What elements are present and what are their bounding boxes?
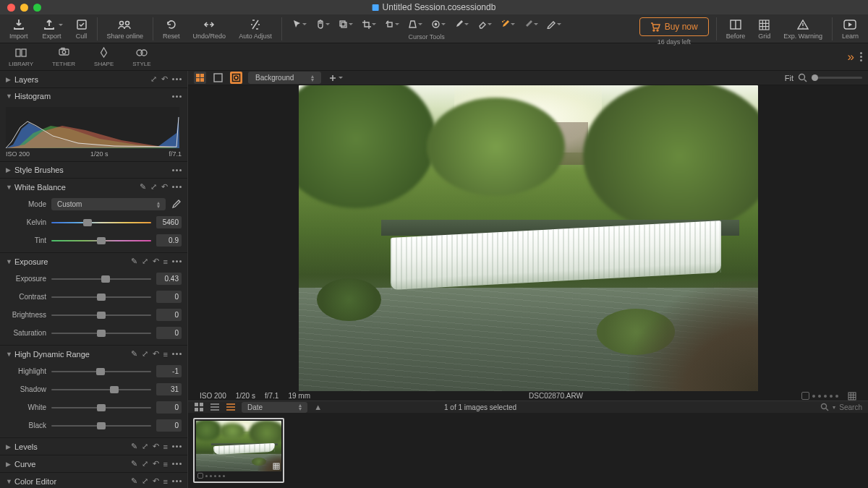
buy-now-button[interactable]: Buy now: [639, 17, 709, 36]
list-icon[interactable]: ≡: [163, 257, 168, 266]
wb-mode-select[interactable]: Custom▴▾: [51, 198, 166, 210]
local-adjust-icon[interactable]: ✎: [131, 459, 137, 468]
cursor-keystone-tool[interactable]: [405, 17, 425, 31]
image-rating[interactable]: [801, 392, 838, 400]
auto-adjust-button[interactable]: Auto Adjust: [237, 17, 274, 40]
panel-menu-icon[interactable]: [860, 52, 862, 61]
cursor-layer-tool[interactable]: [336, 17, 356, 31]
exp-warning-button[interactable]: Exp. Warning: [781, 17, 825, 40]
tab-library[interactable]: LIBRARY: [6, 46, 36, 69]
reset-icon[interactable]: ↶: [161, 182, 168, 192]
before-button[interactable]: Before: [724, 17, 748, 40]
sort-select[interactable]: Date▴▾: [242, 402, 307, 413]
panel-white-balance[interactable]: ▼ White Balance ✎ ⤢ ↶: [0, 179, 187, 195]
list-icon[interactable]: ≡: [163, 350, 168, 359]
reset-icon[interactable]: ↶: [153, 349, 159, 359]
wb-picker-icon[interactable]: [171, 199, 182, 210]
black-value[interactable]: 0: [156, 419, 182, 432]
cursor-annotate-tool[interactable]: [544, 17, 564, 31]
kelvin-slider[interactable]: [51, 218, 151, 227]
contrast-value[interactable]: 0: [156, 291, 182, 303]
zoom-fit[interactable]: Fit: [785, 74, 793, 82]
brightness-slider[interactable]: [51, 311, 151, 320]
window-zoom-icon[interactable]: [33, 4, 41, 12]
panel-layers[interactable]: ▶ Layers ⤢ ↶: [0, 71, 187, 87]
panel-hdr[interactable]: ▼ High Dynamic Range ✎ ⤢ ↶ ≡: [0, 346, 187, 362]
cursor-crop-tool[interactable]: [359, 17, 379, 31]
panel-style-brushes[interactable]: ▶ Style Brushes: [0, 162, 187, 178]
import-button[interactable]: Import: [7, 17, 30, 40]
panel-menu-icon[interactable]: [172, 480, 182, 482]
panel-exposure[interactable]: ▼ Exposure ✎ ⤢ ↶ ≡: [0, 253, 187, 270]
browser-grid-icon[interactable]: [194, 402, 204, 412]
panel-menu-icon[interactable]: [172, 95, 182, 98]
browser-list-icon[interactable]: [210, 402, 220, 412]
white-slider[interactable]: [51, 403, 151, 412]
reset-icon[interactable]: ↶: [153, 442, 159, 451]
list-icon[interactable]: ≡: [163, 477, 168, 486]
expand-icon[interactable]: ⤢: [150, 182, 157, 192]
list-icon[interactable]: ≡: [163, 442, 168, 451]
kelvin-value[interactable]: 5460: [156, 216, 182, 228]
view-grid-icon[interactable]: [194, 72, 206, 84]
undo-redo-button[interactable]: Undo/Redo: [191, 17, 229, 40]
black-slider[interactable]: [51, 421, 151, 430]
cursor-spot-tool[interactable]: [428, 17, 448, 31]
expand-icon[interactable]: ⤢: [142, 459, 148, 468]
local-adjust-icon[interactable]: ✎: [131, 476, 137, 486]
tint-value[interactable]: 0.9: [156, 234, 182, 247]
layer-select[interactable]: Background▴▾: [248, 72, 321, 84]
expand-icon[interactable]: ⤢: [150, 74, 157, 84]
saturation-value[interactable]: 0: [156, 327, 182, 339]
browser-filmstrip-icon[interactable]: [226, 402, 236, 412]
panel-menu-icon[interactable]: [172, 186, 182, 188]
contrast-slider[interactable]: [51, 293, 151, 301]
panel-menu-icon[interactable]: [172, 463, 182, 465]
export-button[interactable]: Export: [39, 17, 65, 40]
view-single-icon[interactable]: [212, 72, 224, 84]
cull-button[interactable]: Cull: [74, 17, 90, 40]
collapse-panel-icon[interactable]: »: [848, 50, 854, 64]
panel-menu-icon[interactable]: [172, 78, 182, 80]
view-proof-icon[interactable]: [230, 72, 242, 84]
learn-button[interactable]: Learn: [840, 17, 861, 40]
tab-style[interactable]: STYLE: [129, 46, 153, 69]
thumbnail[interactable]: [193, 418, 284, 483]
reset-icon[interactable]: ↶: [153, 476, 159, 486]
zoom-slider[interactable]: [812, 77, 862, 79]
expand-icon[interactable]: ⤢: [142, 442, 148, 451]
image-canvas[interactable]: [188, 85, 868, 391]
cursor-heal-tool[interactable]: [498, 17, 518, 31]
highlight-slider[interactable]: [51, 367, 151, 376]
tab-shape[interactable]: SHAPE: [91, 46, 116, 69]
local-adjust-icon[interactable]: ✎: [131, 349, 137, 359]
cursor-hand-tool[interactable]: [312, 17, 333, 31]
grid-button[interactable]: Grid: [756, 17, 773, 40]
panel-menu-icon[interactable]: [172, 169, 182, 171]
exposure-slider[interactable]: [51, 275, 151, 283]
expand-icon[interactable]: ⤢: [142, 476, 148, 486]
tab-tether[interactable]: TETHER: [49, 46, 78, 69]
cursor-pointer-tool[interactable]: [289, 17, 310, 31]
white-value[interactable]: 0: [156, 401, 182, 414]
shadow-value[interactable]: 31: [156, 383, 182, 395]
panel-histogram[interactable]: ▼ Histogram: [0, 88, 187, 104]
panel-menu-icon[interactable]: [172, 445, 182, 448]
reset-icon[interactable]: ↶: [153, 257, 159, 266]
exposure-value[interactable]: 0.43: [156, 273, 182, 285]
expand-icon[interactable]: ⤢: [142, 257, 148, 266]
thumbnail-rating[interactable]: [196, 471, 281, 480]
highlight-value[interactable]: -1: [156, 365, 182, 377]
panel-curve[interactable]: ▶ Curve ✎⤢↶≡: [0, 455, 187, 472]
panel-levels[interactable]: ▶ Levels ✎⤢↶≡: [0, 438, 187, 455]
reset-icon[interactable]: ↶: [161, 74, 168, 84]
tint-slider[interactable]: [51, 236, 151, 245]
reset-icon[interactable]: ↶: [153, 459, 159, 468]
expand-icon[interactable]: ⤢: [142, 349, 148, 359]
metadata-grid-icon[interactable]: [848, 392, 856, 401]
panel-menu-icon[interactable]: [172, 260, 182, 262]
window-close-icon[interactable]: [7, 4, 15, 12]
browser-search[interactable]: ▾ Search: [820, 403, 862, 411]
cursor-rotate-tool[interactable]: [382, 17, 402, 31]
list-icon[interactable]: ≡: [163, 460, 168, 468]
